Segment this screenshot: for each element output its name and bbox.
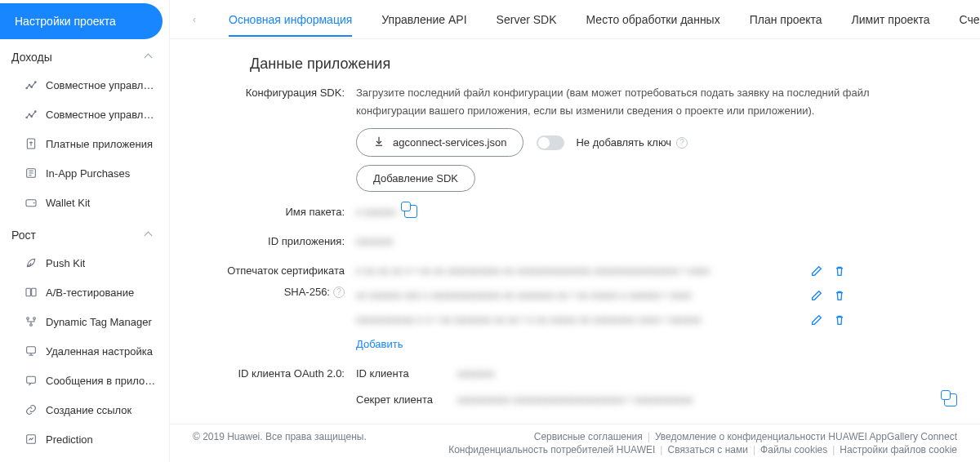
label-sdk-config: Конфигурация SDK: bbox=[193, 84, 356, 102]
copy-icon[interactable] bbox=[404, 205, 417, 218]
client-id-value: xxxxxxx bbox=[457, 365, 495, 383]
svg-rect-12 bbox=[32, 288, 36, 295]
tab[interactable]: Server SDK bbox=[497, 3, 557, 36]
download-config-label: agconnect-services.json bbox=[393, 136, 506, 149]
delete-icon[interactable] bbox=[833, 289, 846, 302]
sidebar-item[interactable]: Платные приложения bbox=[0, 129, 169, 158]
app-id-value: xxxxxxx bbox=[356, 233, 394, 251]
sidebar-item[interactable]: In-App Purchases bbox=[0, 158, 169, 188]
svg-rect-16 bbox=[27, 347, 36, 353]
edit-icon[interactable] bbox=[810, 264, 823, 278]
label-sha256: Отпечаток сертификата bbox=[227, 262, 345, 280]
sidebar-item[interactable]: Совместное управл… bbox=[0, 70, 169, 100]
sidebar-item[interactable]: Dynamic Tag Manager bbox=[0, 307, 169, 336]
svg-point-15 bbox=[30, 324, 33, 327]
edit-icon[interactable] bbox=[810, 313, 823, 327]
sidebar-item-label: Wallet Kit bbox=[46, 197, 90, 209]
tab[interactable]: Лимит проекта bbox=[852, 3, 930, 36]
sidebar-item[interactable]: Prediction bbox=[0, 424, 169, 454]
chart-icon bbox=[24, 78, 38, 91]
no-key-toggle[interactable] bbox=[537, 135, 564, 150]
sidebar-item[interactable]: A/B-тестирование bbox=[0, 278, 169, 307]
sha-value: xx xxxxxx xxx x xxxxxxxxxxxxx xx xxxxxxx… bbox=[356, 287, 692, 304]
sidebar-item-label: A/B-тестирование bbox=[46, 287, 134, 299]
sha-value: x xx xx xx x • xx xx xxxxxxxxxx xx xxxxx… bbox=[356, 262, 710, 280]
label-oauth-client-id: ID клиента OAuth 2.0: bbox=[193, 365, 356, 383]
sidebar-item-label: Платные приложения bbox=[46, 138, 153, 150]
sha-fingerprint-row: xx xxxxxx xxx x xxxxxxxxxxxxx xx xxxxxxx… bbox=[356, 287, 846, 304]
svg-point-13 bbox=[27, 318, 29, 320]
delete-icon[interactable] bbox=[833, 264, 846, 278]
tab[interactable]: План проекта bbox=[750, 3, 822, 36]
sidebar-item[interactable]: Услуга редактир… bbox=[0, 454, 169, 462]
footer: © 2019 Huawei. Все права защищены. Серви… bbox=[170, 424, 980, 462]
add-sdk-button[interactable]: Добавление SDK bbox=[356, 165, 475, 192]
client-secret-value: xxxxxxxxxx xxxxxxxxxxxxxxxxxxxxx • xxxxx… bbox=[457, 391, 920, 409]
chevron-up-icon bbox=[145, 53, 153, 61]
footer-link[interactable]: Конфиденциальность потребителей HUAWEI bbox=[448, 444, 655, 455]
paid-apps-icon bbox=[24, 137, 38, 150]
sidebar-item-label: Удаленная настройка bbox=[46, 345, 153, 358]
footer-link[interactable]: Сервисные соглашения bbox=[534, 431, 643, 442]
sidebar-item-project-settings[interactable]: Настройки проекта bbox=[0, 3, 163, 39]
sidebar-item-label: Dynamic Tag Manager bbox=[46, 316, 152, 328]
tabs-scroll-left[interactable]: ‹ bbox=[193, 14, 199, 25]
applink-icon bbox=[24, 403, 38, 416]
sidebar-item-label: Совместное управл… bbox=[46, 109, 154, 121]
footer-link[interactable]: Связаться с нами bbox=[667, 444, 747, 455]
help-icon[interactable]: ? bbox=[333, 287, 345, 298]
sidebar-item[interactable]: Wallet Kit bbox=[0, 188, 169, 217]
app-messaging-icon bbox=[24, 374, 38, 387]
sidebar-item-label: Push Kit bbox=[46, 257, 85, 269]
tab[interactable]: Управление API bbox=[381, 3, 466, 36]
sidebar-item-label: Создание ссылок bbox=[46, 404, 131, 416]
footer-link[interactable]: Уведомление о конфиденциальности HUAWEI … bbox=[655, 431, 957, 442]
add-sdk-label: Добавление SDK bbox=[373, 172, 458, 184]
sidebar-group-label: Рост bbox=[11, 229, 36, 242]
tag-icon bbox=[24, 315, 38, 328]
package-name-value: x xxxxxx bbox=[356, 203, 396, 221]
sidebar-item-label: Prediction bbox=[46, 433, 93, 446]
footer-link[interactable]: Настройки файлов cookie bbox=[840, 444, 957, 455]
chart-icon bbox=[24, 108, 38, 121]
sidebar-item[interactable]: Push Kit bbox=[0, 248, 169, 278]
chevron-up-icon bbox=[145, 231, 153, 239]
sidebar-item[interactable]: Создание ссылок bbox=[0, 395, 169, 424]
sdk-config-hint: Загрузите последний файл конфигурации (в… bbox=[356, 84, 879, 120]
sidebar-item[interactable]: Удаленная настройка bbox=[0, 336, 169, 366]
sidebar-item[interactable]: Совместное управл… bbox=[0, 100, 169, 129]
tab[interactable]: Место обработки данных bbox=[586, 3, 720, 36]
download-config-button[interactable]: agconnect-services.json bbox=[356, 128, 523, 157]
sidebar-group-income[interactable]: Доходы bbox=[0, 39, 169, 70]
no-key-toggle-label: Не добавлять ключ bbox=[576, 134, 671, 152]
sidebar-group-label: Доходы bbox=[11, 51, 52, 64]
sidebar-item[interactable]: Сообщения в прило… bbox=[0, 366, 169, 395]
rocket-icon bbox=[24, 256, 38, 269]
label-sha256-sub: SHA-256: bbox=[284, 283, 330, 301]
sha-value: xxxxxxxxxxx x x • xx xxxxxxx xx xx • x x… bbox=[356, 311, 701, 329]
add-fingerprint-link[interactable]: Добавить bbox=[356, 338, 403, 350]
section-title: Данные приложения bbox=[250, 56, 957, 73]
iap-icon bbox=[24, 167, 38, 180]
label-package-name: Имя пакета: bbox=[193, 203, 356, 221]
sidebar-item-label: In-App Purchases bbox=[46, 167, 130, 180]
edit-icon[interactable] bbox=[810, 289, 823, 302]
abtest-icon bbox=[24, 286, 38, 299]
sidebar-group-growth[interactable]: Рост bbox=[0, 217, 169, 248]
tabs: ‹ Основная информацияУправление APIServe… bbox=[170, 0, 980, 39]
label-app-id: ID приложения: bbox=[193, 233, 356, 251]
svg-rect-17 bbox=[27, 376, 36, 383]
tab[interactable]: Основная информация bbox=[229, 3, 352, 36]
help-icon[interactable]: ? bbox=[676, 137, 688, 149]
footer-link[interactable]: Файлы cookies bbox=[760, 444, 827, 455]
copy-icon[interactable] bbox=[944, 393, 957, 406]
client-secret-label: Секрет клиента bbox=[356, 391, 438, 409]
svg-rect-11 bbox=[26, 288, 30, 295]
svg-point-14 bbox=[33, 318, 36, 320]
sidebar-item-label: Совместное управл… bbox=[46, 79, 154, 91]
footer-copyright: © 2019 Huawei. Все права защищены. bbox=[193, 431, 367, 442]
prediction-icon bbox=[24, 433, 38, 446]
tab[interactable]: Сче bbox=[960, 3, 980, 36]
sidebar: Настройки проекта Доходы Совместное упра… bbox=[0, 0, 170, 462]
delete-icon[interactable] bbox=[833, 313, 846, 327]
